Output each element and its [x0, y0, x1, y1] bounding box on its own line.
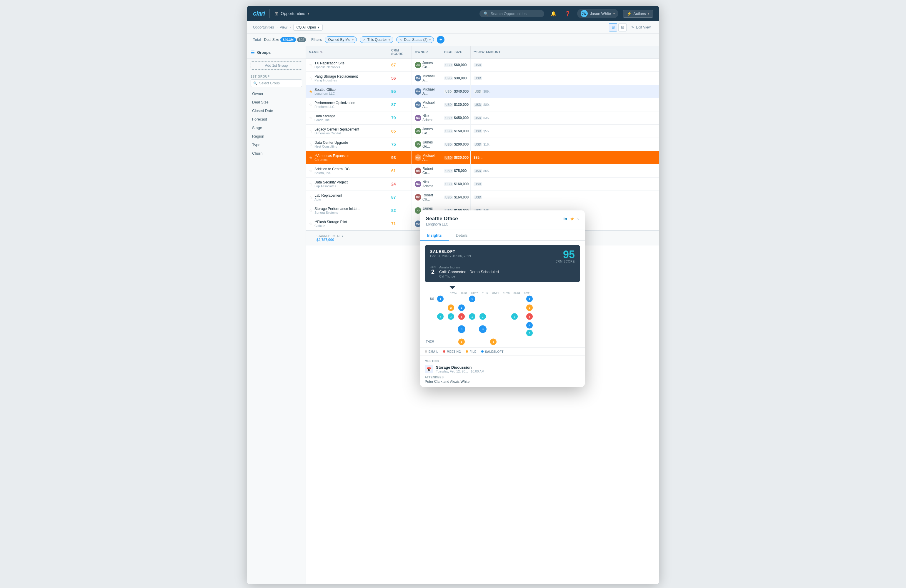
breadcrumb-view[interactable]: View: [280, 25, 287, 29]
this-quarter-filter[interactable]: ✕ This Quarter ▾: [360, 37, 394, 43]
row-sow-cell: USD$55...: [471, 125, 506, 138]
owned-by-me-filter[interactable]: Owned By Me ▾: [325, 37, 357, 43]
currency-badge: USD: [444, 116, 453, 120]
card-view-button[interactable]: ⊟: [618, 23, 627, 32]
filter2-remove[interactable]: ✕: [363, 38, 365, 42]
filter3-remove[interactable]: ✕: [399, 38, 402, 42]
col-header-deal: DEAL SIZE: [441, 46, 471, 58]
row-owner-cell: JGJames Go...: [412, 125, 441, 138]
table-row[interactable]: ★**Americas ExpansionChromos 93 MAMichae…: [306, 151, 659, 164]
table-row[interactable]: ☆Data Center UpgradeNest Consulting 75 J…: [306, 138, 659, 151]
sidebar-item-stage[interactable]: Stage: [247, 123, 306, 132]
star-button[interactable]: ★: [309, 155, 313, 160]
table-row[interactable]: ☆Pang Storage ReplacementPang Industries…: [306, 72, 659, 85]
week-col: 1: [468, 295, 477, 302]
user-menu[interactable]: JW Jason White ▾: [577, 9, 619, 18]
row-name-cell: ☆**Flash Storage PilotCulicue: [306, 217, 388, 230]
opp-company: Pang Industries: [314, 78, 358, 82]
table-row[interactable]: ☆Addition to Central DCBolero, Inc. 61 R…: [306, 164, 659, 178]
crm-score: 75: [391, 142, 396, 147]
help-button[interactable]: ❓: [563, 9, 573, 18]
table-row[interactable]: ★Seattle OfficeLonghorn LLC 95 MAMichael…: [306, 85, 659, 98]
crm-score-number: 95: [555, 249, 575, 260]
star-button[interactable]: ☆: [309, 142, 313, 147]
currency-badge: USD: [444, 129, 453, 133]
logo: clari: [253, 10, 265, 18]
star-button[interactable]: ☆: [309, 195, 313, 200]
deal-status-filter[interactable]: ✕ Deal Status (2) ▾: [396, 37, 434, 43]
avatar: JW: [581, 10, 588, 17]
sidebar-item-type[interactable]: Type: [247, 140, 306, 149]
star-button[interactable]: ☆: [309, 221, 313, 226]
sidebar-item-deal-size[interactable]: Deal Size: [247, 98, 306, 107]
table-row[interactable]: ☆Data Security ProjectBlip Associates 24…: [306, 178, 659, 191]
search-input[interactable]: [491, 11, 538, 16]
sidebar-item-owner[interactable]: Owner: [247, 89, 306, 98]
star-button[interactable]: ☆: [309, 102, 313, 107]
meeting-calendar-icon: 📅: [425, 365, 433, 373]
crm-score: 24: [391, 182, 396, 186]
star-button[interactable]: ☆: [309, 76, 313, 81]
owner-name: Nick Adams: [423, 114, 438, 122]
linkedin-icon[interactable]: in: [564, 217, 567, 221]
star-button[interactable]: ☆: [309, 208, 313, 213]
sidebar-title: Groups: [257, 50, 271, 55]
actions-button[interactable]: ⚡ Actions ▾: [623, 10, 653, 18]
star-button[interactable]: ☆: [309, 63, 313, 67]
them-label: THEM: [423, 340, 434, 343]
view-select[interactable]: CQ All Open ▾: [293, 24, 323, 30]
activity-bubble: 3: [458, 304, 465, 311]
salesloft-dot: [481, 351, 483, 353]
table-row[interactable]: ☆TX Replication SiteOphelia Networks 67 …: [306, 59, 659, 72]
week-label: 01/07: [470, 292, 479, 294]
feb-bubble: 4: [526, 322, 533, 328]
sow-currency: USD: [474, 182, 482, 186]
week-col: [478, 338, 487, 345]
sidebar-item-forecast[interactable]: Forecast: [247, 115, 306, 123]
table-row[interactable]: ☆Legacy Center ReplacementDimension Capi…: [306, 125, 659, 138]
notifications-button[interactable]: 🔔: [549, 9, 558, 18]
star-button[interactable]: ☆: [309, 182, 313, 186]
col-deal-label: DEAL SIZE: [444, 50, 463, 54]
sidebar-item-closed-date[interactable]: Closed Date: [247, 107, 306, 115]
close-icon[interactable]: ›: [577, 215, 579, 221]
week-col: [468, 326, 477, 332]
row-name-cell: ☆Storage Performance Initiat...Sonora Sy…: [306, 204, 388, 217]
week-label: 12/24: [449, 292, 458, 294]
star-button[interactable]: ☆: [309, 129, 313, 134]
week-col: [499, 313, 508, 320]
owner-avatar: RC: [415, 167, 421, 174]
star-button[interactable]: ☆: [309, 169, 313, 173]
deal-size-filter[interactable]: Deal Size $40.3M 302: [264, 37, 306, 42]
favorite-icon[interactable]: ★: [570, 216, 574, 221]
week-col: [436, 304, 445, 311]
currency-badge: USD: [444, 90, 453, 94]
table-row[interactable]: ☆Data StorageGrade, Inc. 79 NANick Adams…: [306, 112, 659, 125]
nav-app-title[interactable]: ⊞ Opportunities ▾: [274, 11, 309, 16]
star-button[interactable]: ★: [309, 89, 313, 94]
star-button[interactable]: ☆: [309, 116, 313, 120]
col-name-sort[interactable]: ⇅: [320, 51, 323, 54]
search-group-input[interactable]: 🔍: [250, 80, 302, 87]
tab-details[interactable]: Details: [449, 230, 475, 241]
deal-amount: $60,000: [454, 63, 467, 67]
owner-avatar: JG: [415, 62, 421, 68]
table-row[interactable]: ☆Lab ReplacementAgio 87 RCRobert Co... U…: [306, 191, 659, 204]
sidebar-item-region[interactable]: Region: [247, 132, 306, 140]
add-group-button[interactable]: Add 1st Group: [250, 61, 302, 70]
meeting-title: Storage Discussion: [436, 365, 580, 369]
group-search-field[interactable]: [259, 81, 300, 85]
search-bar[interactable]: 🔍: [480, 10, 544, 18]
breadcrumb-root[interactable]: Opportunities: [253, 25, 274, 29]
add-filter-button[interactable]: +: [437, 36, 445, 43]
week-label: 02/11: [523, 292, 532, 294]
owner-avatar: JG: [415, 128, 421, 134]
edit-view-button[interactable]: ✎ Edit View: [629, 24, 653, 30]
tab-insights[interactable]: Insights: [420, 230, 449, 241]
row-score-cell: 87: [388, 191, 412, 204]
opp-company: Dimension Capital: [314, 131, 359, 135]
table-row[interactable]: ☆Performance OptimizationFreeform LLC 87…: [306, 98, 659, 112]
opp-name: Seattle Office: [314, 88, 336, 92]
table-view-button[interactable]: ⊞: [609, 23, 617, 32]
sidebar-item-churn[interactable]: Churn: [247, 149, 306, 158]
